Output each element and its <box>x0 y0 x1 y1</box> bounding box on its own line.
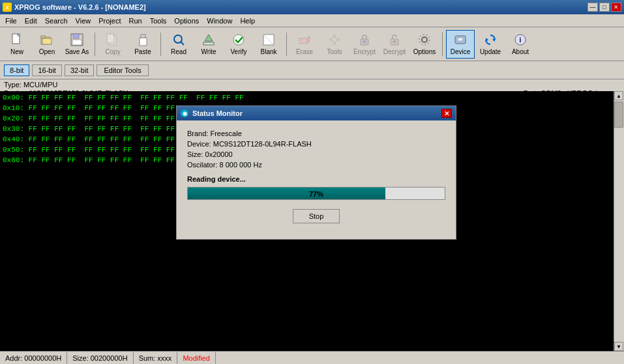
svg-point-16 <box>233 35 244 45</box>
open-icon <box>40 33 54 47</box>
paste-label: Paste <box>134 48 151 55</box>
addr-status: Addr: 00000000H <box>0 352 67 364</box>
write-button[interactable]: Write <box>194 30 223 59</box>
read-button[interactable]: Read <box>164 30 193 59</box>
svg-rect-10 <box>140 38 147 46</box>
update-label: Update <box>480 48 501 55</box>
menu-tools[interactable]: Tools <box>146 16 171 26</box>
about-icon: i <box>513 33 527 47</box>
menu-run[interactable]: Run <box>125 16 145 26</box>
menu-options[interactable]: Options <box>170 16 203 26</box>
toolbar-sep-2 <box>160 33 161 56</box>
saveas-label: Save As <box>65 48 89 55</box>
new-label: New <box>10 48 23 55</box>
saveas-icon <box>70 33 84 47</box>
menu-help[interactable]: Help <box>236 16 259 26</box>
8bit-button[interactable]: 8-bit <box>4 64 29 76</box>
svg-rect-9 <box>107 34 114 43</box>
app-icon: X <box>3 3 12 12</box>
verify-button[interactable]: Verify <box>224 30 253 59</box>
svg-point-24 <box>393 40 396 43</box>
blank-icon <box>261 33 276 47</box>
dialog-title-text: Status Monitor <box>192 109 243 117</box>
blank-label: Blank <box>260 48 276 55</box>
progress-bar-container: 77% <box>187 187 445 200</box>
svg-rect-11 <box>141 35 145 38</box>
16bit-button[interactable]: 16-bit <box>32 64 62 76</box>
encrypt-icon <box>357 33 372 47</box>
dialog-close-button[interactable]: ✕ <box>441 109 452 118</box>
close-button[interactable]: ✕ <box>611 3 621 12</box>
svg-rect-19 <box>299 38 307 44</box>
scroll-up-button[interactable]: ▲ <box>614 91 623 100</box>
saveas-button[interactable]: Save As <box>63 30 91 59</box>
dialog-title-left: ◉ Status Monitor <box>181 109 243 117</box>
svg-rect-4 <box>42 38 52 44</box>
about-label: About <box>512 48 529 55</box>
svg-point-26 <box>419 35 430 45</box>
title-bar-controls: — □ ✕ <box>587 3 621 12</box>
scroll-down-button[interactable]: ▼ <box>614 342 623 351</box>
svg-point-25 <box>422 37 427 42</box>
editor-tools-button[interactable]: Editor Tools <box>97 64 148 76</box>
32bit-button[interactable]: 32-bit <box>65 64 95 76</box>
svg-marker-29 <box>492 38 495 42</box>
scroll-thumb[interactable] <box>614 102 623 128</box>
title-bar-text: XPROG software - V6.2.6 - [NONAME2] <box>14 3 146 11</box>
dialog-buttons: Stop <box>187 209 445 230</box>
erase-button: Erase <box>290 30 319 59</box>
stop-button[interactable]: Stop <box>293 209 340 223</box>
read-icon <box>171 33 186 47</box>
open-button[interactable]: Open <box>33 30 61 59</box>
new-button[interactable]: New <box>3 30 31 59</box>
tools-icon <box>327 33 342 47</box>
svg-marker-30 <box>486 38 488 42</box>
status-bar: Addr: 00000000H Size: 00200000H Sum: xxx… <box>0 351 624 364</box>
menu-window[interactable]: Window <box>203 16 236 26</box>
dialog-oscilator: Oscilator: 8 000 000 Hz <box>187 161 445 169</box>
minimize-button[interactable]: — <box>587 3 598 12</box>
write-label: Write <box>201 48 216 55</box>
options-button[interactable]: Options <box>410 30 439 59</box>
svg-marker-20 <box>307 36 310 44</box>
menu-view[interactable]: View <box>72 16 95 26</box>
svg-line-13 <box>181 42 184 45</box>
device-button[interactable]: Device <box>446 30 475 59</box>
dialog-brand: Brand: Freescale <box>187 130 445 137</box>
paste-icon <box>136 33 150 47</box>
erase-icon <box>297 33 312 47</box>
svg-rect-14 <box>203 42 214 45</box>
dialog-icon: ◉ <box>181 109 188 117</box>
progress-bar-text: 77% <box>188 188 445 200</box>
copy-label: Copy <box>105 48 120 55</box>
encrypt-label: Encrypt <box>353 48 376 55</box>
menu-edit[interactable]: Edit <box>21 16 41 26</box>
scrollbar-vertical[interactable]: ▲ ▼ <box>614 91 624 351</box>
maximize-button[interactable]: □ <box>599 3 610 12</box>
menu-file[interactable]: File <box>1 16 21 26</box>
modified-status: Modified <box>177 352 216 364</box>
menu-bar: File Edit Search View Project Run Tools … <box>0 14 624 27</box>
toolbar-sep-3 <box>286 33 287 56</box>
dialog-content: Brand: Freescale Device: MC9S12DT128-0L9… <box>177 120 456 239</box>
decrypt-label: Decrypt <box>383 48 406 55</box>
svg-rect-7 <box>72 40 82 45</box>
options-icon <box>417 33 432 47</box>
device-icon <box>453 33 468 47</box>
size-status: Size: 00200000H <box>67 352 133 364</box>
paste-button[interactable]: Paste <box>128 30 157 59</box>
svg-rect-28 <box>458 38 463 41</box>
about-button[interactable]: i About <box>506 30 535 59</box>
update-button[interactable]: Update <box>476 30 505 59</box>
decrypt-icon <box>387 33 402 47</box>
blank-button[interactable]: Blank <box>254 30 283 59</box>
menu-project[interactable]: Project <box>95 16 125 26</box>
menu-search[interactable]: Search <box>41 16 72 26</box>
copy-button: Copy <box>98 30 127 59</box>
sum-status: Sum: xxxx <box>134 352 178 364</box>
read-label: Read <box>171 48 186 55</box>
verify-label: Verify <box>230 48 246 55</box>
dialog-device: Device: MC9S12DT128-0L94R-FLASH <box>187 140 445 148</box>
svg-point-22 <box>363 40 366 43</box>
erase-label: Erase <box>296 48 313 55</box>
